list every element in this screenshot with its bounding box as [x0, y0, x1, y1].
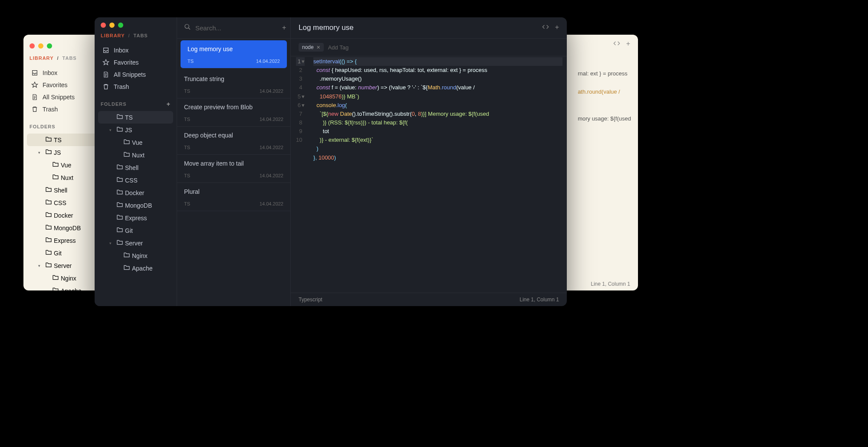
chevron-icon: ▾: [109, 241, 114, 245]
status-language[interactable]: Typescript: [299, 297, 322, 303]
folder-label: CSS: [125, 177, 138, 184]
nav-inbox[interactable]: Inbox: [98, 44, 173, 56]
light-code-peek: rnal: ext } = process ath.round(value / …: [578, 69, 638, 124]
line-number: 4: [296, 83, 305, 92]
add-snippet-button[interactable]: +: [282, 24, 286, 32]
peek-line: ath.round(value /: [578, 88, 620, 95]
snippet-item[interactable]: PluralTS14.04.2022: [177, 183, 290, 211]
folder-item-mongodb[interactable]: MongoDB: [98, 199, 173, 212]
nav-label: Favorites: [43, 82, 68, 88]
inbox-icon: [31, 69, 38, 76]
folder-item-express[interactable]: Express: [98, 212, 173, 224]
snippet-item[interactable]: Move array item to tailTS14.04.2022: [177, 155, 290, 183]
folder-item-server[interactable]: ▾Server: [98, 237, 173, 249]
close-button[interactable]: [30, 43, 35, 49]
folder-icon: [123, 251, 129, 260]
nav-label: Inbox: [43, 69, 57, 76]
star-icon: [31, 82, 38, 88]
document-icon: [31, 94, 38, 101]
snippet-item-title: Truncate string: [184, 75, 283, 82]
folder-item-js[interactable]: ▾JS: [98, 124, 173, 136]
folders-label: FOLDERS: [101, 101, 127, 107]
folder-icon: [116, 201, 122, 209]
nav-trash[interactable]: Trash: [98, 81, 173, 93]
snippet-item[interactable]: Deep object equalTS14.04.2022: [177, 127, 290, 155]
maximize-button[interactable]: [118, 23, 123, 28]
folder-icon: [45, 199, 51, 207]
plus-icon[interactable]: +: [555, 23, 559, 32]
folder-label: JS: [125, 127, 132, 134]
chevron-icon: ▾: [38, 150, 43, 155]
code-icon[interactable]: [613, 40, 620, 49]
snippet-lang: TS: [184, 145, 190, 150]
folder-label: MongoDB: [125, 202, 152, 209]
folder-item-ts[interactable]: TS: [98, 111, 173, 124]
folder-icon: [116, 226, 122, 235]
remove-tag-icon[interactable]: ✕: [316, 45, 320, 50]
line-number: 6▾: [296, 101, 305, 110]
nav-favorites[interactable]: Favorites: [98, 56, 173, 69]
folder-item-nuxt[interactable]: Nuxt: [98, 149, 173, 161]
breadcrumb-library[interactable]: LIBRARY: [30, 55, 53, 61]
peek-line: mory usage: ${f(used: [578, 115, 631, 122]
minimize-button[interactable]: [38, 43, 43, 49]
folder-label: Shell: [125, 164, 138, 171]
snippet-date: 14.04.2022: [260, 201, 283, 206]
folder-item-nginx[interactable]: Nginx: [98, 249, 173, 262]
breadcrumb-library[interactable]: LIBRARY: [101, 33, 125, 38]
editor-column: Log memory use + node✕ Add Tag 1▾2 3 4 5…: [291, 17, 567, 306]
folder-item-shell[interactable]: Shell: [98, 161, 173, 174]
trash-icon: [31, 106, 38, 113]
folder-icon: [123, 138, 129, 147]
folder-icon: [116, 126, 122, 134]
snippet-date: 14.04.2022: [260, 145, 283, 150]
maximize-button[interactable]: [47, 43, 52, 49]
nav-label: All Snippets: [43, 94, 75, 101]
snippet-lang: TS: [184, 173, 190, 178]
add-folder-button[interactable]: +: [167, 101, 171, 108]
folder-item-vue[interactable]: Vue: [98, 136, 173, 149]
code-content[interactable]: setInterval(() => { const { heapUsed: us…: [309, 56, 567, 293]
nav-label: Inbox: [114, 47, 128, 54]
folder-label: JS: [54, 149, 61, 156]
breadcrumb-tabs[interactable]: TABS: [134, 33, 148, 38]
folder-icon: [116, 239, 122, 247]
folder-icon: [45, 211, 51, 219]
folder-icon: [45, 136, 51, 144]
folder-icon: [123, 264, 129, 272]
line-number: 1▾: [296, 57, 305, 66]
code-editor[interactable]: 1▾2 3 4 5▾6▾7 8 9 10 setInterval(() => {…: [291, 56, 567, 293]
plus-icon[interactable]: +: [626, 40, 630, 49]
snippet-item[interactable]: Log memory useTS14.04.2022: [181, 40, 287, 69]
code-icon[interactable]: [542, 23, 549, 32]
snippet-date: 14.04.2022: [260, 173, 283, 178]
tag-row: node✕ Add Tag: [291, 39, 567, 56]
folder-label: Nuxt: [61, 174, 73, 181]
close-button[interactable]: [101, 23, 106, 28]
folder-item-docker[interactable]: Docker: [98, 186, 173, 199]
snippet-item[interactable]: Create preview from BlobTS14.04.2022: [177, 98, 290, 127]
search-input[interactable]: [195, 24, 278, 32]
search-icon: [184, 23, 191, 32]
folder-item-css[interactable]: CSS: [98, 174, 173, 186]
light-status-cursor: Line 1, Column 1: [591, 281, 630, 287]
minimize-button[interactable]: [109, 23, 115, 28]
line-number: 2: [296, 66, 305, 75]
breadcrumb-tabs[interactable]: TABS: [62, 55, 77, 61]
folder-item-git[interactable]: Git: [98, 224, 173, 237]
folder-label: Server: [125, 240, 143, 247]
nav-all-snippets[interactable]: All Snippets: [98, 69, 173, 81]
light-editor-actions: +: [613, 40, 630, 49]
folder-icon: [45, 224, 51, 232]
add-tag-button[interactable]: Add Tag: [328, 44, 349, 51]
status-cursor: Line 1, Column 1: [519, 297, 559, 303]
folder-tree-dark: TS▾JSVueNuxtShellCSSDockerMongoDBExpress…: [95, 111, 177, 274]
folder-icon: [45, 148, 51, 157]
folder-item-apache[interactable]: Apache: [98, 262, 173, 274]
snippet-item[interactable]: Truncate stringTS14.04.2022: [177, 70, 290, 98]
snippet-title[interactable]: Log memory use: [299, 23, 354, 32]
folder-label: Nginx: [61, 275, 76, 282]
tag-label: node: [302, 44, 314, 50]
tag-chip[interactable]: node✕: [299, 43, 324, 52]
line-number: 8: [296, 118, 305, 127]
